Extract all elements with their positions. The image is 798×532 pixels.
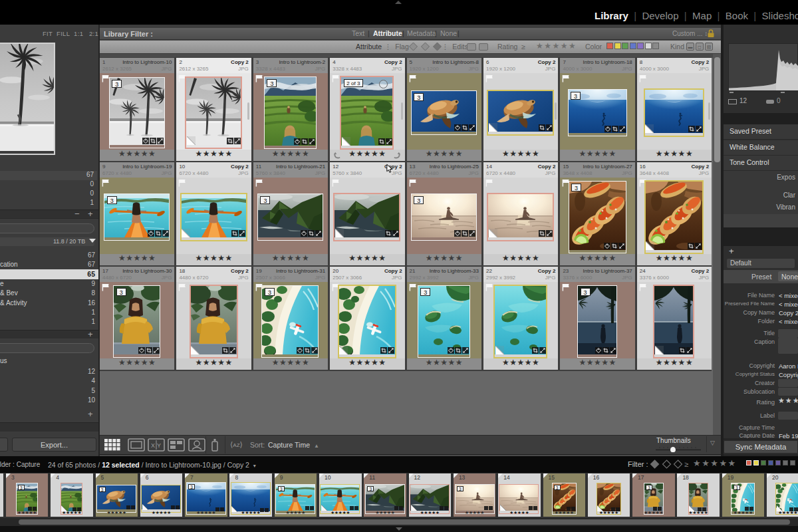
svg-text:X: X <box>151 442 155 449</box>
svg-text:Y: Y <box>157 442 161 449</box>
